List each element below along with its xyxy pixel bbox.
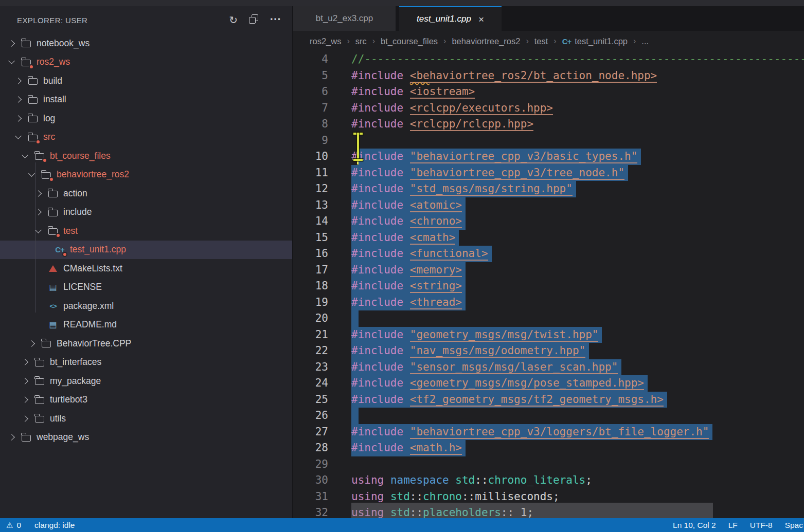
tree-item-webpage_ws[interactable]: webpage_ws — [0, 428, 292, 447]
chevron-right-icon[interactable] — [22, 378, 28, 384]
tree-item-CMakeLists.txt[interactable]: CMakeLists.txt — [0, 259, 292, 278]
chevron-right-icon[interactable] — [22, 415, 28, 422]
tree-item-src[interactable]: src — [0, 128, 292, 147]
status-problems[interactable]: ⚠0 — [6, 521, 21, 530]
line-number[interactable]: 20 — [293, 310, 328, 327]
line-number[interactable]: 28 — [293, 440, 328, 456]
status-eol-indicator[interactable]: LF — [728, 521, 738, 530]
tree-item-package.xml[interactable]: <>package.xml — [0, 297, 292, 316]
chevron-down-icon[interactable] — [22, 152, 28, 158]
tree-item-my_package[interactable]: my_package — [0, 372, 292, 391]
selection-highlight: #include <string> — [351, 278, 466, 295]
breadcrumb-item-ros2_ws[interactable]: ros2_ws — [310, 36, 341, 46]
status-clangd-status[interactable]: clangd: idle — [34, 521, 75, 530]
line-number[interactable]: 22 — [293, 343, 328, 359]
line-number[interactable]: 4 — [293, 51, 328, 68]
chevron-right-icon[interactable] — [8, 40, 15, 47]
line-number[interactable]: 30 — [293, 472, 328, 489]
line-number[interactable]: 26 — [293, 408, 328, 424]
status-indentation-indicator[interactable]: Spac — [785, 521, 803, 530]
chevron-right-icon[interactable] — [15, 78, 22, 84]
tree-item-test[interactable]: test — [0, 222, 292, 241]
status-encoding-indicator[interactable]: UTF-8 — [750, 521, 773, 530]
tab-bt_u2_ex3.cpp[interactable]: bt_u2_ex3.cpp — [293, 6, 396, 31]
line-number[interactable]: 14 — [293, 213, 328, 230]
line-number[interactable]: 15 — [293, 230, 328, 246]
tree-indent-guide — [35, 162, 35, 313]
tree-item-ros2_ws[interactable]: ros2_ws — [0, 53, 292, 72]
breadcrumb-item-bt_course_files[interactable]: bt_course_files — [381, 36, 438, 46]
chevron-right-icon[interactable] — [35, 190, 42, 197]
tree-item-include[interactable]: include — [0, 203, 292, 222]
more-actions-button[interactable]: ⋯ — [270, 15, 281, 25]
file-icon-wrap — [47, 188, 59, 198]
line-number[interactable]: 32 — [293, 505, 328, 518]
code-token: milliseconds — [475, 490, 553, 503]
tab-test_unit1.cpp[interactable]: test_unit1.cpp× — [399, 6, 502, 31]
breadcrumb-item-src[interactable]: src — [355, 36, 367, 46]
tree-item-log[interactable]: log — [0, 109, 292, 128]
breadcrumb-item-behaviortree_ros2[interactable]: behaviortree_ros2 — [452, 36, 520, 46]
tree-item-README.md[interactable]: ▤README.md — [0, 316, 292, 335]
tree-item-BehaviorTree.CPP[interactable]: BehaviorTree.CPP — [0, 334, 292, 353]
line-number[interactable]: 21 — [293, 327, 328, 343]
tree-item-behaviortree_ros2[interactable]: behaviortree_ros2 — [0, 166, 292, 185]
chevron-right-icon[interactable] — [28, 340, 35, 347]
chevron-right-icon[interactable] — [15, 96, 22, 103]
chevron-right-icon[interactable] — [8, 434, 15, 441]
chevron-right-icon[interactable] — [22, 396, 28, 403]
line-number[interactable]: 18 — [293, 278, 328, 295]
file-icon-wrap — [41, 170, 52, 180]
tree-item-bt_course_files[interactable]: bt_course_files — [0, 146, 292, 166]
line-number[interactable]: 29 — [293, 456, 328, 473]
tree-item-utils[interactable]: utils — [0, 409, 292, 428]
line-number[interactable]: 31 — [293, 489, 328, 505]
line-number[interactable]: 10 — [293, 149, 328, 165]
line-number[interactable]: 16 — [293, 246, 328, 262]
chevron-right-icon[interactable] — [15, 115, 22, 122]
tree-item-bt_interfaces[interactable]: bt_interfaces — [0, 353, 292, 372]
line-number[interactable]: 8 — [293, 116, 328, 133]
line-number[interactable]: 27 — [293, 424, 328, 441]
status-cursor-position[interactable]: Ln 10, Col 2 — [673, 521, 716, 530]
line-number[interactable]: 5 — [293, 68, 328, 84]
line-number[interactable]: 6 — [293, 84, 328, 100]
horizontal-scrollbar[interactable] — [351, 503, 713, 518]
refresh-explorer-button[interactable]: ↻ — [229, 15, 238, 26]
line-number[interactable]: 17 — [293, 262, 328, 279]
chevron-right-icon[interactable] — [35, 209, 42, 215]
line-number[interactable]: 9 — [293, 133, 328, 149]
line-number[interactable]: 23 — [293, 359, 328, 376]
collapse-all-icon — [249, 14, 258, 24]
chevron-down-icon[interactable] — [15, 133, 22, 139]
tree-item-install[interactable]: install — [0, 90, 292, 109]
tree-item-LICENSE[interactable]: ▤LICENSE — [0, 278, 292, 297]
line-number[interactable]: 11 — [293, 165, 328, 181]
collapse-folders-button[interactable] — [249, 14, 258, 26]
chevron-down-icon[interactable] — [8, 58, 15, 64]
file-icon-wrap — [34, 357, 45, 368]
line-number[interactable]: 7 — [293, 100, 328, 117]
tree-item-action[interactable]: action — [0, 184, 292, 203]
line-number[interactable]: 13 — [293, 197, 328, 214]
tree-item-test_unit1.cpp[interactable]: C+test_unit1.cpp — [0, 241, 292, 260]
file-icon-wrap — [41, 338, 52, 348]
tree-item-notebook_ws[interactable]: notebook_ws — [0, 34, 292, 53]
tree-item-turtlebot3[interactable]: turtlebot3 — [0, 391, 292, 410]
line-number[interactable]: 19 — [293, 295, 328, 311]
chevron-right-icon[interactable] — [22, 359, 28, 365]
line-number[interactable]: 25 — [293, 392, 328, 408]
breadcrumb-item-test[interactable]: test — [534, 36, 548, 46]
code-token: #include — [351, 85, 403, 98]
close-icon[interactable]: × — [478, 14, 484, 24]
code-text: #include "geometry_msgs/msg/twist.hpp" — [351, 328, 602, 341]
tree-item-build[interactable]: build — [0, 71, 292, 90]
line-number[interactable]: 12 — [293, 181, 328, 197]
code-editor[interactable]: 4//-------------------------------------… — [293, 51, 804, 518]
line-number[interactable]: 24 — [293, 375, 328, 392]
chevron-down-icon[interactable] — [28, 170, 35, 177]
breadcrumb-item-test_unit1.cpp[interactable]: C+test_unit1.cpp — [562, 36, 628, 46]
chevron-down-icon[interactable] — [35, 227, 42, 233]
folder-icon — [35, 378, 44, 385]
breadcrumb-item-...[interactable]: ... — [641, 36, 649, 46]
